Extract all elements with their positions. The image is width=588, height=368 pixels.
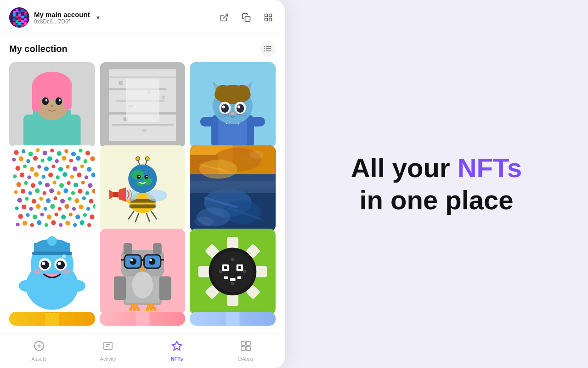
svg-point-311	[231, 258, 235, 261]
svg-point-195	[45, 223, 48, 227]
svg-point-45	[45, 99, 47, 101]
nav-item-dapps[interactable]: DApps	[211, 337, 280, 365]
filter-button[interactable]	[260, 41, 276, 57]
svg-point-46	[59, 99, 61, 101]
nft-card-5[interactable]	[100, 145, 186, 231]
svg-rect-19	[21, 24, 24, 27]
nft-card-partial-2[interactable]	[100, 312, 186, 326]
nft-card-partial-1[interactable]	[9, 312, 95, 326]
svg-point-141	[67, 181, 70, 185]
activity-icon	[102, 340, 113, 354]
svg-rect-55	[119, 81, 122, 85]
svg-rect-307	[230, 278, 235, 281]
promo-line2: in one place	[359, 185, 513, 215]
dropdown-icon[interactable]: ▾	[96, 14, 100, 21]
external-link-button[interactable]	[217, 10, 232, 25]
svg-point-154	[78, 189, 82, 193]
nft-card-6[interactable]	[190, 145, 276, 231]
svg-point-151	[57, 191, 61, 195]
svg-rect-327	[246, 341, 250, 345]
svg-point-74	[215, 85, 231, 98]
collection-header: My collection	[0, 34, 285, 62]
svg-rect-6	[13, 14, 16, 17]
nft-card-8[interactable]	[100, 229, 186, 315]
promo-line1: All your NFTs	[351, 153, 522, 183]
svg-point-262	[71, 280, 85, 292]
svg-rect-271	[153, 243, 162, 255]
nft-card-7[interactable]	[9, 229, 95, 315]
svg-point-89	[22, 149, 25, 153]
svg-point-147	[28, 191, 32, 195]
svg-rect-8	[18, 14, 21, 17]
svg-point-193	[30, 223, 34, 227]
nft-card-9[interactable]	[190, 229, 276, 315]
nav-item-activity[interactable]: Activity	[74, 337, 142, 365]
activity-label: Activity	[100, 356, 116, 362]
svg-point-153	[71, 191, 75, 195]
svg-rect-287	[137, 307, 140, 311]
svg-point-93	[50, 149, 54, 152]
svg-point-109	[84, 159, 87, 163]
svg-rect-316	[54, 312, 59, 313]
svg-rect-60	[142, 129, 146, 132]
nft-card-4[interactable]	[9, 145, 95, 231]
svg-rect-315	[50, 312, 53, 312]
grid-button[interactable]	[261, 10, 276, 25]
svg-rect-289	[150, 307, 153, 311]
svg-point-121	[87, 167, 91, 172]
svg-point-130	[70, 175, 74, 178]
svg-point-159	[32, 199, 36, 203]
svg-rect-18	[18, 22, 21, 25]
svg-point-216	[128, 164, 157, 193]
svg-point-261	[19, 280, 33, 292]
header-left: My main account 0x8Dc9…7D6f ▾	[9, 7, 100, 28]
svg-rect-306	[224, 276, 228, 279]
svg-point-148	[35, 188, 40, 193]
svg-rect-268	[159, 276, 171, 300]
svg-point-259	[33, 269, 43, 274]
svg-point-244	[249, 151, 264, 159]
svg-point-146	[21, 189, 25, 193]
svg-point-176	[72, 207, 76, 211]
svg-point-309	[219, 270, 223, 273]
svg-rect-54	[112, 124, 174, 126]
promo-text: All your NFTs in one place	[351, 152, 522, 216]
svg-point-169	[22, 205, 26, 209]
nft-card-2[interactable]	[100, 62, 186, 148]
nft-card-1[interactable]	[9, 62, 95, 148]
svg-point-91	[36, 148, 40, 152]
promo-highlight: NFTs	[458, 153, 522, 183]
svg-point-82	[231, 112, 235, 115]
nft-card-3[interactable]	[190, 62, 276, 148]
svg-point-257	[57, 260, 65, 269]
svg-point-103	[40, 159, 44, 162]
svg-point-223	[146, 176, 147, 177]
nav-item-nfts[interactable]: NFTs	[142, 337, 211, 365]
svg-point-160	[39, 197, 43, 201]
svg-point-118	[66, 165, 69, 169]
nfts-label: NFTs	[171, 356, 183, 362]
svg-line-21	[223, 14, 227, 18]
nft-card-partial-3[interactable]	[190, 312, 276, 326]
header: My main account 0x8Dc9…7D6f ▾	[0, 0, 285, 34]
svg-rect-10	[24, 14, 27, 17]
svg-point-180	[18, 214, 23, 218]
svg-point-108	[76, 156, 80, 161]
svg-point-164	[68, 197, 72, 201]
copy-button[interactable]	[239, 10, 254, 25]
svg-point-198	[65, 221, 70, 225]
svg-rect-326	[241, 341, 245, 345]
account-address: 0x8Dc9…7D6f	[34, 18, 90, 25]
dapps-icon	[240, 340, 251, 354]
svg-point-79	[237, 104, 244, 113]
svg-rect-328	[241, 346, 245, 351]
svg-rect-205	[129, 205, 156, 208]
nav-item-assets[interactable]: Assets	[5, 337, 74, 365]
svg-point-191	[16, 223, 20, 226]
svg-point-190	[90, 214, 94, 219]
svg-point-120	[80, 164, 84, 168]
svg-point-30	[264, 46, 265, 47]
svg-point-258	[57, 262, 61, 265]
svg-point-177	[79, 205, 83, 209]
svg-point-227	[145, 157, 149, 161]
